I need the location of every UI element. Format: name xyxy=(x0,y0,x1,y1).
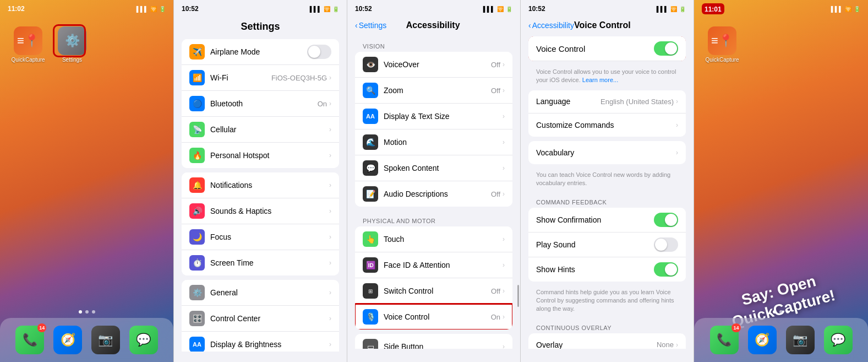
display-text-chevron: › xyxy=(503,112,505,120)
dock-camera[interactable]: 📷 xyxy=(91,326,120,354)
row-zoom[interactable]: 🔍 Zoom Off › xyxy=(355,78,512,104)
faceid-chevron: › xyxy=(503,261,505,269)
play-sound-toggle[interactable] xyxy=(654,237,678,252)
voiceover-value: Off xyxy=(491,61,500,69)
dock-phone-2[interactable]: 📞 14 xyxy=(710,326,739,354)
vc-description: Voice Control allows you to use your voi… xyxy=(521,66,694,90)
row-notifications[interactable]: 🔔 Notifications › xyxy=(182,172,339,198)
row-wifi[interactable]: 📶 Wi-Fi FiOS-OEQ3H-5G › xyxy=(182,65,339,91)
hotspot-chevron: › xyxy=(329,152,331,159)
switch-value: Off xyxy=(491,287,500,295)
vc-toggle-group: Voice Control xyxy=(528,36,686,61)
overlay-value: None xyxy=(657,341,674,349)
general-label: General xyxy=(210,288,329,297)
home-app-grid: ≡📍 QuickCapture ⚙️ Settings xyxy=(0,15,173,68)
camera-glyph: 📷 xyxy=(98,333,113,347)
dock-safari-2[interactable]: 🧭 xyxy=(748,326,777,354)
learn-more-link[interactable]: Learn more... xyxy=(582,77,618,83)
dock-messages-2[interactable]: 💬 xyxy=(824,326,853,354)
dock-messages[interactable]: 💬 xyxy=(129,326,158,354)
row-screentime[interactable]: ⏱️ Screen Time › xyxy=(182,250,339,275)
back-settings[interactable]: ‹ Settings xyxy=(355,21,386,30)
overlay-group: Overlay None › xyxy=(528,333,686,349)
row-audio-desc[interactable]: 📝 Audio Descriptions Off › xyxy=(355,181,512,207)
app-quickcapture[interactable]: ≡📍 QuickCapture xyxy=(11,26,45,63)
row-switch[interactable]: ⊞ Switch Control Off › xyxy=(355,278,512,304)
focus-icon: 🌙 xyxy=(189,229,205,245)
dock-2: 📞 14 🧭 📷 💬 xyxy=(694,318,868,362)
app-settings[interactable]: ⚙️ Settings xyxy=(55,26,89,63)
row-hotspot[interactable]: 🔥 Personal Hotspot › xyxy=(182,143,339,168)
row-side-button[interactable]: ▭ Side Button › xyxy=(355,334,512,349)
phone-badge-2: 14 xyxy=(731,323,740,332)
show-hints-toggle[interactable] xyxy=(654,262,678,277)
spoken-icon: 💬 xyxy=(363,160,378,176)
signal-icon-4: ▌▌▌ xyxy=(657,6,668,12)
row-show-hints[interactable]: Show Hints xyxy=(528,257,686,282)
dock-phone[interactable]: 📞 14 xyxy=(15,326,44,354)
row-customize[interactable]: Customize Commands › xyxy=(528,114,686,137)
physical-header: PHYSICAL AND MOTOR xyxy=(347,211,520,226)
voice-nav-title: Voice Control xyxy=(574,20,631,30)
row-touch[interactable]: 👆 Touch › xyxy=(355,226,512,252)
hints-description: Command hints help guide you as you lear… xyxy=(521,286,694,319)
row-bluetooth[interactable]: 🔵 Bluetooth On › xyxy=(182,91,339,117)
row-control[interactable]: 🎛️ Control Center › xyxy=(182,306,339,332)
touch-label: Touch xyxy=(384,235,503,244)
phone-glyph: 📞 xyxy=(23,333,37,347)
voice-control-list: Voice Control Voice Control allows you t… xyxy=(521,36,694,349)
safari-glyph: 🧭 xyxy=(61,333,75,347)
side-button-label: Side Button xyxy=(384,342,503,349)
notifications-label: Notifications xyxy=(210,181,329,190)
zoom-chevron: › xyxy=(503,87,505,94)
row-display[interactable]: AA Display & Brightness › xyxy=(182,332,339,352)
row-airplane[interactable]: ✈️ Airplane Mode xyxy=(182,39,339,65)
screentime-icon: ⏱️ xyxy=(189,255,205,271)
zoom-icon: 🔍 xyxy=(363,83,378,98)
row-general[interactable]: ⚙️ General › xyxy=(182,280,339,306)
row-show-confirm[interactable]: Show Confirmation xyxy=(528,208,686,233)
cmd-feedback-header: COMMAND FEEDBACK xyxy=(521,193,694,208)
row-focus[interactable]: 🌙 Focus › xyxy=(182,224,339,250)
row-vocabulary[interactable]: Vocabulary › xyxy=(528,141,686,164)
show-confirm-toggle[interactable] xyxy=(654,213,678,227)
time-5: 11:01 xyxy=(705,6,722,13)
display-label: Display & Brightness xyxy=(210,340,329,349)
row-display-text[interactable]: AA Display & Text Size › xyxy=(355,104,512,129)
touch-icon: 👆 xyxy=(363,231,378,247)
airplane-toggle[interactable] xyxy=(307,45,331,59)
dock-safari[interactable]: 🧭 xyxy=(53,326,82,354)
row-overlay[interactable]: Overlay None › xyxy=(528,333,686,349)
row-voiceover[interactable]: 👁️ VoiceOver Off › xyxy=(355,52,512,78)
general-icon: ⚙️ xyxy=(189,285,205,300)
spoken-label: Spoken Content xyxy=(384,164,503,172)
sounds-icon: 🔊 xyxy=(189,203,205,219)
row-motion[interactable]: 🌊 Motion › xyxy=(355,129,512,155)
hotspot-icon: 🔥 xyxy=(189,148,205,163)
dock-camera-2[interactable]: 📷 xyxy=(786,326,815,354)
wifi-icon-5: 🛜 xyxy=(845,6,851,12)
row-vc-main[interactable]: Voice Control xyxy=(528,36,686,61)
control-icon: 🎛️ xyxy=(189,311,205,326)
row-voice-control[interactable]: 🎙️ Voice Control On › xyxy=(355,304,512,329)
row-spoken[interactable]: 💬 Spoken Content › xyxy=(355,155,512,181)
app-quickcapture-2[interactable]: ≡📍 QuickCapture xyxy=(705,26,739,63)
overlay-label: Overlay xyxy=(536,341,657,349)
quickcapture-icon-2: ≡📍 xyxy=(708,26,736,55)
switch-icon: ⊞ xyxy=(363,283,378,299)
row-cellular[interactable]: 📡 Cellular › xyxy=(182,117,339,143)
row-faceid[interactable]: 🆔 Face ID & Attention › xyxy=(355,252,512,278)
row-language[interactable]: Language English (United States) › xyxy=(528,90,686,114)
row-sounds[interactable]: 🔊 Sounds & Haptics › xyxy=(182,198,339,224)
vc-main-toggle[interactable] xyxy=(654,41,678,56)
dot-2 xyxy=(85,310,89,314)
row-play-sound[interactable]: Play Sound xyxy=(528,233,686,257)
page-dots-2 xyxy=(694,310,868,314)
settings-group-notifications: 🔔 Notifications › 🔊 Sounds & Haptics › 🌙… xyxy=(182,172,339,275)
back-accessibility[interactable]: ‹ Accessibility xyxy=(528,21,574,30)
wifi-icon-4: 🛜 xyxy=(670,6,677,12)
wifi-icon-3: 🛜 xyxy=(497,6,504,12)
faceid-icon: 🆔 xyxy=(363,257,378,273)
accessibility-panel: 10:52 ▌▌▌ 🛜 🔋 ‹ Settings Accessibility V… xyxy=(347,0,520,362)
time-3: 10:52 xyxy=(355,5,372,13)
